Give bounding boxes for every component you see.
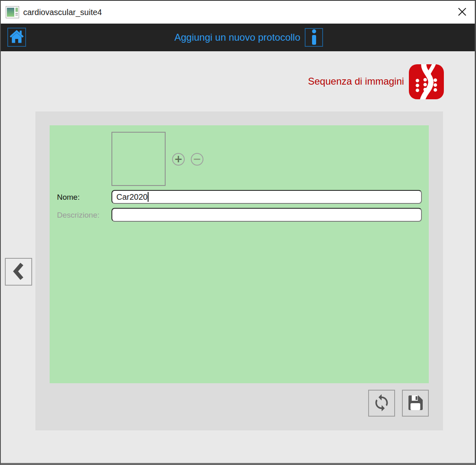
title-bar: cardiovascular_suite4 [1,1,475,24]
refresh-button[interactable] [368,390,395,417]
remove-image-button[interactable]: − [191,153,203,166]
info-icon [309,29,319,46]
home-icon [9,29,24,45]
chevron-left-icon [11,262,26,282]
close-button[interactable] [450,1,475,24]
descrizione-label: Descrizione: [57,211,100,220]
minus-icon: − [193,154,201,164]
info-button[interactable] [305,28,323,47]
back-button[interactable] [5,258,32,286]
page-title: Aggiungi un nuovo protocollo [175,32,301,43]
nome-input-wrap [111,190,422,204]
nome-input[interactable] [111,190,422,204]
add-image-button[interactable]: + [172,153,185,166]
plus-icon: + [174,154,183,164]
close-icon [457,7,467,18]
app-window-icon [6,6,19,18]
window-title: cardiovascular_suite4 [23,8,102,17]
app-window: cardiovascular_suite4 Aggiungi un nuovo [0,0,476,465]
home-button[interactable] [7,28,26,47]
save-floppy-icon [406,393,425,413]
descrizione-input-wrap [111,208,422,222]
text-caret [148,192,148,202]
vessel-sequence-icon[interactable] [409,64,444,99]
protocol-editor-panel: + − Nome: Descrizione: [35,111,443,430]
header-center: Aggiungi un nuovo protocollo [175,28,323,47]
sequence-type-label: Sequenza di immagini [308,76,402,87]
header-bar: Aggiungi un nuovo protocollo [1,24,475,51]
nome-label: Nome: [57,193,80,202]
save-button[interactable] [402,390,429,417]
refresh-icon [372,393,391,413]
protocol-form-panel: + − Nome: Descrizione: [50,125,429,383]
protocol-image-placeholder[interactable] [111,132,166,186]
descrizione-input[interactable] [111,208,422,222]
